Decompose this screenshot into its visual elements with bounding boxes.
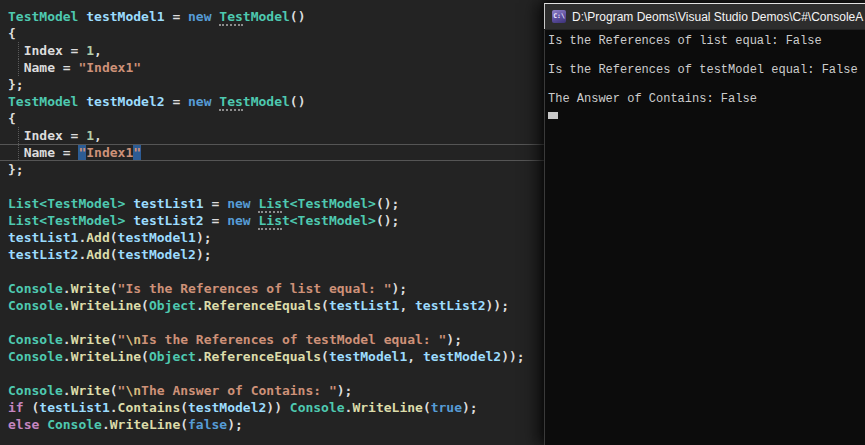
code-line[interactable]: [0, 314, 545, 331]
code-token: Write: [71, 383, 110, 398]
code-token: );: [337, 383, 353, 398]
code-line[interactable]: };: [0, 161, 545, 178]
code-token: false: [188, 417, 227, 432]
code-token: testModel2: [118, 247, 196, 262]
code-line[interactable]: else Console.WriteLine(false);: [0, 416, 545, 433]
code-token: TestModel: [8, 9, 78, 24]
code-line[interactable]: TestModel testModel1 = new TestModel(): [0, 8, 545, 25]
code-line[interactable]: {: [0, 25, 545, 42]
console-titlebar[interactable]: C:\ D:\Program Deoms\Visual Studio Demos…: [544, 3, 865, 29]
code-token: Index: [24, 43, 63, 58]
code-token: [8, 145, 24, 160]
indent-guide: [18, 145, 19, 160]
code-token: (: [141, 298, 149, 313]
code-line[interactable]: Console.WriteLine(Object.ReferenceEquals…: [0, 297, 545, 314]
code-token: The Answer of Contains: ": [141, 383, 337, 398]
code-token: tModel: [243, 94, 290, 109]
code-token: (: [110, 281, 118, 296]
code-token: (: [110, 332, 118, 347]
code-line[interactable]: Console.Write("Is the References of list…: [0, 280, 545, 297]
code-line[interactable]: Index = 1,: [0, 127, 545, 144]
code-token: {: [8, 111, 16, 126]
code-editor[interactable]: TestModel testModel1 = new TestModel(){ …: [0, 0, 545, 445]
code-token: {: [8, 26, 16, 41]
code-line[interactable]: List<TestModel> testList1 = new List<Tes…: [0, 195, 545, 212]
code-token: testModel1: [118, 230, 196, 245]
code-token: (: [321, 298, 329, 313]
code-token: };: [8, 162, 24, 177]
code-token: if: [8, 400, 24, 415]
code-token: WriteLine: [110, 417, 180, 432]
code-token: testList1: [329, 298, 399, 313]
code-line[interactable]: Console.Write("\nIs the References of te…: [0, 331, 545, 348]
code-token: testList1: [8, 230, 78, 245]
code-token: Write: [71, 332, 110, 347]
code-token: [8, 60, 24, 75]
console-line: Is the References of list equal: False: [548, 34, 865, 49]
code-token: );: [392, 281, 408, 296]
code-token: =: [63, 128, 86, 143]
code-token: (: [110, 383, 118, 398]
code-line[interactable]: testList2.Add(testModel2);: [0, 246, 545, 263]
code-token: ,: [399, 298, 415, 313]
code-token: Index: [24, 128, 63, 143]
code-line[interactable]: Index = 1,: [0, 42, 545, 59]
code-token: ));: [501, 349, 524, 364]
code-line[interactable]: List<TestModel> testList2 = new List<Tes…: [0, 212, 545, 229]
code-token: TestModel: [8, 94, 78, 109]
code-token: WriteLine: [71, 349, 141, 364]
code-token: ,: [407, 349, 423, 364]
code-token: .: [110, 400, 118, 415]
code-line[interactable]: [0, 365, 545, 382]
code-token: (: [180, 417, 188, 432]
code-token: .: [63, 281, 71, 296]
code-token: .: [196, 349, 204, 364]
code-token: tModel: [243, 9, 290, 24]
console-line: The Answer of Contains: False: [548, 92, 865, 107]
code-token: new: [227, 196, 250, 211]
code-token: );: [227, 417, 243, 432]
code-line[interactable]: testList1.Add(testModel1);: [0, 229, 545, 246]
code-token: testList2: [133, 213, 203, 228]
code-token: ": [133, 145, 141, 160]
code-token: ReferenceEquals: [204, 349, 321, 364]
code-token: Name: [24, 145, 55, 160]
code-token: Add: [86, 230, 109, 245]
code-line[interactable]: Console.WriteLine(Object.ReferenceEquals…: [0, 348, 545, 365]
code-token: testList1: [133, 196, 203, 211]
code-token: Contains: [118, 400, 181, 415]
code-token: );: [196, 247, 212, 262]
code-token: Lis: [258, 196, 281, 213]
code-line[interactable]: TestModel testModel2 = new TestModel(): [0, 93, 545, 110]
code-line-current[interactable]: Name = "Index1": [0, 144, 545, 161]
code-lines-container: TestModel testModel1 = new TestModel(){ …: [0, 8, 545, 433]
code-line[interactable]: };: [0, 76, 545, 93]
code-token: );: [462, 400, 478, 415]
code-token: 1: [86, 43, 94, 58]
code-token: Console: [8, 383, 63, 398]
code-token: Tes: [219, 9, 242, 26]
console-output[interactable]: Is the References of list equal: False I…: [544, 30, 865, 445]
code-line[interactable]: {: [0, 110, 545, 127]
code-token: "Index1": [78, 60, 141, 75]
code-token: "Is the References of list equal: ": [118, 281, 392, 296]
code-line[interactable]: if (testList1.Contains(testModel2)) Cons…: [0, 399, 545, 416]
code-token: =: [204, 213, 227, 228]
code-line[interactable]: Name = "Index1": [0, 59, 545, 76]
code-token: };: [8, 77, 24, 92]
code-token: testModel2: [86, 94, 164, 109]
code-line[interactable]: [0, 178, 545, 195]
code-token: testList2: [415, 298, 485, 313]
code-token: Is the References of testModel equal: ": [141, 332, 446, 347]
code-token: =: [55, 145, 78, 160]
console-line: [548, 49, 865, 64]
code-token: Write: [71, 281, 110, 296]
code-line[interactable]: [0, 263, 545, 280]
indent-guide: [18, 127, 19, 144]
code-token: .: [102, 417, 110, 432]
code-token: )): [266, 400, 289, 415]
code-line[interactable]: Console.Write("\nThe Answer of Contains:…: [0, 382, 545, 399]
code-token: Object: [149, 349, 196, 364]
code-token: (: [321, 349, 329, 364]
code-token: \n: [125, 332, 141, 347]
